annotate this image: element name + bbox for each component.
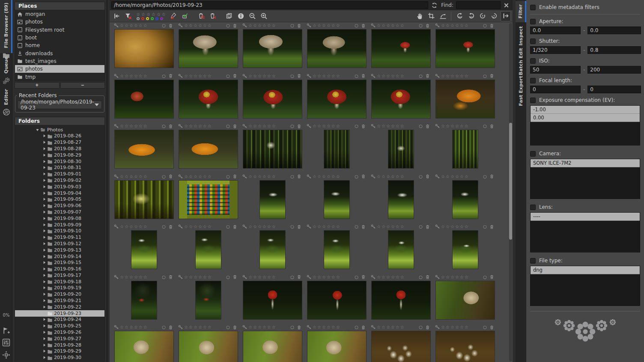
color-label-icon[interactable]: ○	[483, 224, 487, 229]
toggle-right-panel-button[interactable]	[501, 11, 511, 21]
move-resize-icon[interactable]	[0, 351, 12, 359]
color-label-icon[interactable]: ○	[290, 325, 294, 329]
color-label-icon[interactable]: ○	[483, 74, 487, 78]
color-label-icon[interactable]: ○	[483, 23, 487, 28]
trash-icon[interactable]	[425, 224, 430, 229]
tree-expander-icon[interactable]	[42, 153, 46, 157]
tab-inspect[interactable]: Inspect	[516, 25, 526, 47]
photo-thumbnail[interactable]	[179, 331, 238, 362]
folder-row-root[interactable]: Photos	[15, 127, 104, 133]
trash-icon[interactable]	[425, 325, 430, 330]
tree-expander-icon[interactable]	[42, 210, 46, 214]
rating-stars[interactable]: ☆☆☆☆☆☆	[120, 275, 148, 279]
trash-icon[interactable]	[168, 224, 173, 229]
camera-list-item[interactable]: SONY ILCE-7M2	[531, 159, 640, 167]
color-label-icon[interactable]: ○	[355, 74, 358, 78]
rotate-left-90-button[interactable]: 90°	[454, 11, 465, 21]
trash-icon[interactable]	[361, 325, 366, 330]
trash-icon[interactable]	[425, 274, 430, 279]
tree-expander-icon[interactable]	[42, 217, 46, 220]
tab-editor[interactable]: Editor	[0, 87, 12, 120]
trash-icon[interactable]	[168, 174, 173, 179]
tab-filter[interactable]: Filter	[516, 1, 526, 22]
color-label-icon[interactable]: ○	[162, 23, 166, 28]
photo-thumbnail[interactable]	[179, 80, 238, 119]
color-label-icon[interactable]: ○	[355, 174, 358, 179]
star-filter-icon[interactable]: ☆	[146, 12, 150, 17]
rating-stars[interactable]: ☆☆☆☆☆☆	[377, 275, 405, 279]
color-label-icon[interactable]: ○	[290, 275, 294, 279]
tree-expander-icon[interactable]	[42, 223, 46, 227]
info-button[interactable]	[236, 11, 246, 21]
trash-icon[interactable]	[168, 274, 173, 279]
photo-thumbnail[interactable]	[435, 281, 495, 320]
close-icon[interactable]	[503, 1, 511, 9]
photo-thumbnail[interactable]	[114, 180, 174, 219]
folder-row-2019-09-03[interactable]: 2019-09-03	[15, 184, 104, 190]
photo-thumbnail[interactable]	[243, 80, 302, 119]
photo-thumbnail[interactable]	[452, 180, 478, 219]
tree-expander-icon[interactable]	[42, 273, 46, 277]
color-label-icon[interactable]: ○	[290, 74, 294, 78]
file-type-list-item[interactable]: dng	[531, 266, 640, 274]
trash-icon[interactable]	[489, 174, 494, 179]
trash-icon[interactable]	[297, 73, 301, 78]
color-label-icon[interactable]: ○	[226, 174, 230, 179]
rating-stars[interactable]: ☆☆☆☆☆☆	[184, 325, 212, 329]
color-label-icon[interactable]: ○	[419, 74, 423, 78]
color-label-icon[interactable]: ○	[355, 124, 358, 128]
trash-icon[interactable]	[361, 124, 366, 129]
color-label-icon[interactable]: ○	[290, 174, 294, 179]
folder-row-2019-09-30[interactable]: 2019-09-30	[15, 354, 104, 361]
folder-row-2019-09-17[interactable]: 2019-09-17	[15, 272, 104, 279]
place-item-downloads[interactable]: downloads	[15, 49, 104, 57]
vertical-scrollbar[interactable]	[509, 23, 512, 361]
photo-thumbnail[interactable]	[371, 331, 431, 362]
photo-thumbnail[interactable]	[371, 80, 431, 119]
rating-stars[interactable]: ☆☆☆☆☆☆	[441, 124, 469, 128]
photo-thumbnail[interactable]	[435, 331, 495, 362]
rating-stars[interactable]: ☆☆☆☆☆☆	[120, 23, 148, 28]
copy-settings-button[interactable]	[224, 11, 235, 21]
straighten-button[interactable]	[438, 11, 448, 21]
find-input[interactable]	[456, 1, 501, 9]
tree-expander-icon[interactable]	[42, 312, 46, 315]
trash-icon[interactable]	[168, 124, 173, 129]
tree-expander-icon[interactable]	[42, 172, 46, 176]
folder-row-2019-09-04[interactable]: 2019-09-04	[15, 190, 104, 196]
photo-thumbnail[interactable]	[324, 180, 350, 219]
rotate-right-90-button[interactable]: 90°	[466, 11, 476, 21]
star-filter-icon[interactable]: ☆	[141, 12, 145, 17]
folder-row-2019-09-06[interactable]: 2019-09-06	[15, 202, 104, 209]
color-label-icon[interactable]: ○	[226, 325, 230, 329]
photo-thumbnail[interactable]	[259, 180, 286, 219]
trash-icon[interactable]	[297, 224, 301, 229]
rating-stars[interactable]: ☆☆☆☆☆☆	[248, 325, 277, 329]
rating-stars[interactable]: ☆☆☆☆☆☆	[313, 275, 341, 279]
recent-folders-select[interactable]: /home/morgan/Photos/2019-09-23	[18, 101, 102, 109]
rating-stars[interactable]: ☆☆☆☆☆☆	[441, 23, 469, 28]
trash-icon[interactable]	[361, 23, 366, 28]
star-filter-icon[interactable]: ☆	[162, 12, 166, 17]
folder-row-2019-09-13[interactable]: 2019-09-13	[15, 247, 104, 253]
color-label-icon[interactable]: ○	[419, 325, 423, 329]
rating-stars[interactable]: ☆☆☆☆☆☆	[120, 224, 148, 229]
tree-expander-icon[interactable]	[42, 191, 46, 195]
enable-metadata-filters-checkbox[interactable]	[530, 5, 536, 10]
trash-icon[interactable]	[233, 73, 237, 78]
tree-expander-icon[interactable]	[42, 160, 46, 163]
folder-row-2019-09-16[interactable]: 2019-09-16	[15, 266, 104, 272]
iso-to-input[interactable]	[587, 66, 641, 74]
color-label-icon[interactable]: ○	[226, 224, 230, 229]
focal-length-checkbox[interactable]	[530, 78, 536, 83]
photo-thumbnail[interactable]	[435, 29, 495, 68]
tree-expander-icon[interactable]	[36, 128, 39, 132]
lens-list-item[interactable]: ----	[531, 213, 640, 221]
scrollbar-thumb[interactable]	[509, 123, 512, 240]
place-item-filesystem-root[interactable]: Filesystem root	[15, 26, 104, 34]
photo-thumbnail[interactable]	[259, 230, 286, 269]
color-label-icon[interactable]: ○	[419, 124, 423, 128]
tree-expander-icon[interactable]	[42, 330, 46, 334]
zoom-out-button[interactable]	[247, 11, 258, 21]
photo-thumbnail[interactable]	[388, 230, 414, 269]
